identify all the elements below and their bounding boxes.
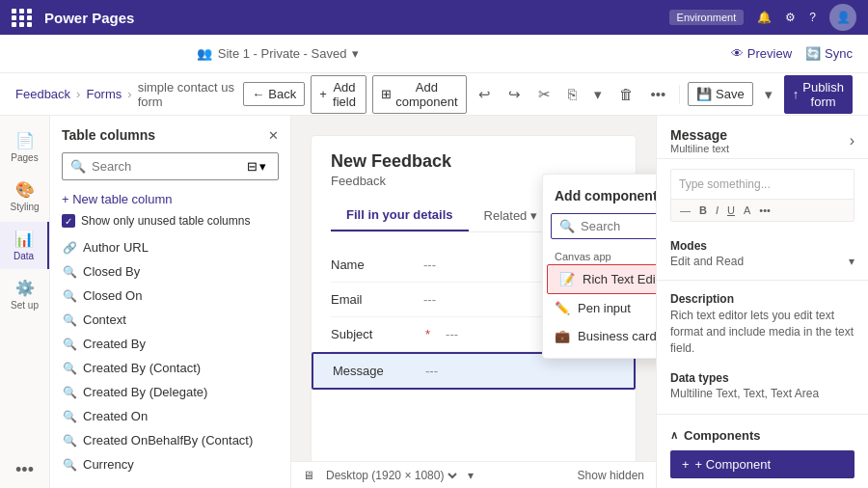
help-icon[interactable]: ?	[809, 11, 816, 24]
add-component-btn[interactable]: + + Component	[670, 450, 854, 478]
rich-text-toolbar: — B I U A •••	[671, 199, 854, 221]
collapse-icon[interactable]: ∧	[670, 429, 678, 442]
filter-button[interactable]: ⊟ ▾	[243, 157, 270, 176]
back-button[interactable]: ← Back	[243, 82, 305, 106]
right-panel-title: Message	[670, 127, 729, 143]
undo-button[interactable]: ↩	[473, 82, 497, 107]
gear-icon[interactable]: ⚙	[785, 11, 796, 24]
field-value-email: ---	[423, 292, 436, 307]
list-item[interactable]: 🔍 Closed On	[50, 284, 290, 308]
chevron-down-icon[interactable]: ▾	[468, 469, 474, 482]
rich-text-placeholder: Type something...	[671, 170, 854, 199]
sidebar-item-pages[interactable]: 📄 Pages	[0, 123, 49, 171]
divider-1	[657, 280, 868, 281]
list-item[interactable]: 🔍 Closed By	[50, 259, 290, 284]
modes-expand-icon[interactable]: ▾	[849, 255, 854, 268]
modes-value: Edit and Read	[670, 255, 744, 268]
lookup-icon: 🔍	[62, 338, 77, 351]
breadcrumb-forms[interactable]: Forms	[86, 87, 122, 101]
publish-button[interactable]: ↑ Publish form	[784, 75, 853, 114]
modes-label: Modes	[657, 231, 868, 255]
tab-related[interactable]: Related ▾	[469, 200, 554, 231]
sync-button[interactable]: 🔄 Sync	[805, 46, 853, 61]
sidebar-item-data[interactable]: 📊 Data	[0, 222, 49, 269]
app-grid-icon[interactable]	[12, 9, 33, 27]
modal-item-business-card[interactable]: 💼 Business card reader	[543, 322, 656, 350]
preview-button[interactable]: 👁 Preview	[731, 46, 792, 61]
lookup-icon: 🔍	[62, 410, 77, 423]
delete-button[interactable]: 🗑	[613, 82, 639, 106]
list-item[interactable]: 🔍 Created By (Contact)	[50, 356, 290, 380]
copy-button[interactable]: ⎘	[562, 82, 583, 106]
modal-section-label: Canvas app	[543, 247, 656, 264]
breadcrumb-feedback[interactable]: Feedback	[15, 87, 70, 101]
tab-fill-details[interactable]: Fill in your details	[331, 200, 469, 231]
filter-icon: ⊟	[247, 159, 258, 174]
desktop-select[interactable]: Desktop (1920 × 1080)	[322, 468, 460, 483]
center-area: New Feedback Feedback Fill in your detai…	[291, 116, 656, 488]
modal-search-container: 🔍	[551, 213, 656, 239]
sidebar-item-styling[interactable]: 🎨 Styling	[0, 173, 49, 220]
panel-search-container: 🔍 ⊟ ▾	[62, 152, 279, 180]
save-button[interactable]: 💾 Save	[688, 82, 753, 106]
expand-button[interactable]: ▾	[588, 82, 608, 107]
add-column-button[interactable]: + New table column	[50, 188, 290, 210]
rte-bold-tool[interactable]: B	[696, 203, 710, 217]
list-item[interactable]: 🔍 Created By	[50, 332, 290, 356]
site-chevron-icon[interactable]: ▾	[352, 46, 359, 61]
desktop-icon: 🖥	[303, 469, 314, 482]
show-unused-checkbox[interactable]: ✓	[62, 214, 75, 228]
field-label-email: Email	[331, 292, 408, 307]
app-title: Power Pages	[44, 10, 134, 26]
table-columns-panel: Table columns ✕ 🔍 ⊟ ▾ + New table column…	[50, 116, 291, 488]
modal-item-pen-input[interactable]: ✏️ Pen input	[543, 294, 656, 322]
preview-icon: 👁	[731, 46, 744, 61]
redo-button[interactable]: ↪	[502, 82, 527, 107]
sidebar-item-setup[interactable]: ⚙️ Set up	[0, 271, 49, 318]
add-component-button[interactable]: ⊞ Add component	[372, 75, 466, 114]
setup-icon: ⚙️	[15, 279, 35, 297]
field-label-subject: Subject	[331, 327, 408, 341]
avatar[interactable]: 👤	[829, 4, 856, 31]
toolbar-sep	[679, 85, 680, 104]
environment-badge[interactable]: Environment	[669, 10, 745, 25]
filter-chevron: ▾	[259, 159, 266, 174]
search-input[interactable]	[92, 159, 237, 174]
lookup-icon: 🔍	[62, 434, 77, 447]
breadcrumb-sep-1: ›	[76, 87, 80, 101]
list-item[interactable]: 🔍 Created On	[50, 404, 290, 428]
list-item[interactable]: 🔍 Context	[50, 308, 290, 332]
show-unused-toggle[interactable]: ✓ Show only unused table columns	[50, 210, 290, 235]
users-icon: 👥	[197, 46, 212, 61]
data-icon: 📊	[14, 230, 34, 248]
form-title: New Feedback	[331, 151, 616, 172]
rte-more-tool[interactable]: •••	[756, 203, 773, 217]
add-field-button[interactable]: + Add field	[311, 75, 366, 114]
rte-italic-tool[interactable]: I	[713, 203, 721, 217]
list-item[interactable]: 🔍 Created OnBehalfBy (Contact)	[50, 428, 290, 452]
rich-text-icon: 📝	[559, 272, 575, 286]
styling-icon: 🎨	[15, 180, 35, 199]
right-panel-arrow-icon[interactable]: ›	[850, 132, 854, 149]
rte-dash-tool[interactable]: —	[677, 203, 693, 217]
cut-button[interactable]: ✂	[532, 82, 556, 107]
rte-color-tool[interactable]: A	[741, 203, 753, 217]
publish-icon: ↑	[793, 87, 800, 101]
bottom-bar: 🖥 Desktop (1920 × 1080) ▾ Show hidden	[291, 461, 656, 488]
data-types-value: Multiline Text, Text, Text Area	[657, 387, 868, 410]
modal-search-icon: 🔍	[559, 219, 575, 233]
rte-underline-tool[interactable]: U	[724, 203, 738, 217]
show-hidden-button[interactable]: Show hidden	[578, 469, 644, 482]
save-expand-icon[interactable]: ▾	[759, 82, 778, 107]
modal-search-input[interactable]	[581, 219, 656, 233]
modal-item-rich-text[interactable]: 📝 Rich Text Editor Control	[547, 264, 656, 294]
list-item[interactable]: 🔗 Author URL	[50, 235, 290, 259]
close-panel-icon[interactable]: ✕	[268, 128, 279, 143]
nav-more-button[interactable]: •••	[8, 452, 41, 488]
list-item[interactable]: 🔍 Currency	[50, 452, 290, 476]
site-info-text: Site 1 - Private - Saved	[218, 46, 347, 61]
right-panel-header: Message Multiline text ›	[657, 116, 868, 159]
bell-icon[interactable]: 🔔	[757, 11, 772, 24]
list-item[interactable]: 🔍 Created By (Delegate)	[50, 380, 290, 404]
more-button[interactable]: •••	[645, 82, 672, 106]
